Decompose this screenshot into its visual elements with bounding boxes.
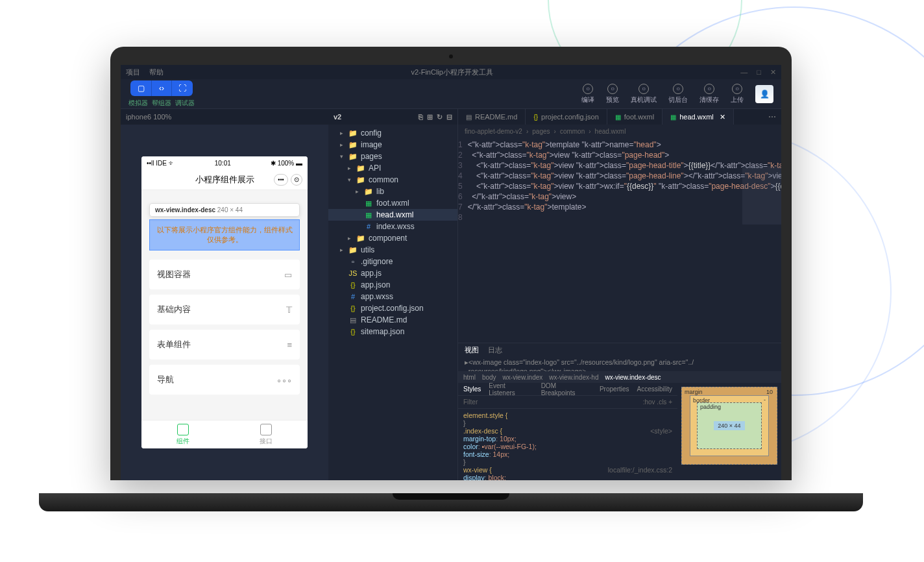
tree-item[interactable]: ▸📁config xyxy=(328,127,457,139)
more-icon[interactable]: ⋯ xyxy=(763,112,781,121)
list-item[interactable]: 导航∘∘∘ xyxy=(149,365,300,395)
minimap[interactable] xyxy=(742,166,781,225)
avatar[interactable]: 👤 xyxy=(755,85,773,103)
tab-component[interactable]: 组件 xyxy=(141,421,225,448)
tree-item[interactable]: ▸📁image xyxy=(328,139,457,151)
capsule-menu[interactable]: ••• xyxy=(274,174,288,186)
editor-tab[interactable]: ▤README.md xyxy=(458,109,526,125)
tree-item[interactable]: #index.wxss xyxy=(328,221,457,232)
tree-item[interactable]: ▾📁common xyxy=(328,174,457,186)
status-signal: ••ll IDE ᯤ xyxy=(147,160,175,167)
styles-tab[interactable]: Styles xyxy=(463,385,481,393)
tree-item[interactable]: ▦head.wxml xyxy=(328,209,457,221)
tree-item[interactable]: ▾📁pages xyxy=(328,151,457,162)
tab-api[interactable]: 接口 xyxy=(225,421,308,448)
devtools-tab[interactable]: 日志 xyxy=(488,345,502,355)
dom-inspector[interactable]: ▸<wx-image class="index-logo" src="../re… xyxy=(458,356,781,371)
new-folder-icon[interactable]: ⊞ xyxy=(427,113,433,121)
status-time: 10:01 xyxy=(215,160,231,167)
tree-item[interactable]: ▤README.md xyxy=(328,314,457,326)
menu-help[interactable]: 帮助 xyxy=(149,67,164,77)
code-editor: ▤README.md{}project.config.json▦foot.wxm… xyxy=(458,109,781,480)
tree-item[interactable]: ▸📁component xyxy=(328,232,457,244)
styles-tab[interactable]: Properties xyxy=(600,385,629,393)
project-root[interactable]: v2 xyxy=(334,113,341,121)
editor-tab[interactable]: {}project.config.json xyxy=(526,109,607,125)
device-info: iphone6 100% xyxy=(121,109,328,125)
toolbar-action[interactable]: ○真机调试 xyxy=(631,84,657,104)
tree-item[interactable]: {}app.json xyxy=(328,279,457,291)
file-explorer: v2 ⎘ ⊞ ↻ ⊟ ▸📁config▸📁image▾📁pages▸📁API▾📁… xyxy=(328,109,458,480)
tree-item[interactable]: #app.wxss xyxy=(328,291,457,302)
css-rules[interactable]: element.style {}.index-desc {<style> mar… xyxy=(458,409,677,480)
tree-item[interactable]: ▸📁lib xyxy=(328,186,457,197)
status-battery: ✱ 100% ▬ xyxy=(271,160,302,167)
styles-tab[interactable]: DOM Breakpoints xyxy=(541,382,592,397)
nav-title: 小程序组件展示 xyxy=(195,174,254,186)
toolbar-action[interactable]: ○清缓存 xyxy=(699,84,719,104)
devtools-tab[interactable]: 视图 xyxy=(465,345,479,355)
debugger-toggle[interactable]: ⛶ xyxy=(172,80,193,96)
list-item[interactable]: 视图容器▭ xyxy=(149,260,300,289)
tree-item[interactable]: {}project.config.json xyxy=(328,302,457,314)
refresh-icon[interactable]: ↻ xyxy=(437,113,443,121)
dom-breadcrumb[interactable]: htmlbodywx-view.indexwx-view.index-hdwx-… xyxy=(458,371,781,383)
styles-filter[interactable]: Filter xyxy=(463,398,478,406)
collapse-icon[interactable]: ⊟ xyxy=(446,113,452,121)
styles-tab[interactable]: Accessibility xyxy=(637,385,672,393)
tree-item[interactable]: {}sitemap.json xyxy=(328,326,457,337)
close-icon[interactable]: ✕ xyxy=(770,68,776,77)
simulator-panel: iphone6 100% ••ll IDE ᯤ 10:01 ✱ 100% ▬ 小… xyxy=(121,109,328,480)
toolbar-action[interactable]: ○切后台 xyxy=(668,84,688,104)
list-item[interactable]: 表单组件≡ xyxy=(149,330,300,360)
new-file-icon[interactable]: ⎘ xyxy=(419,113,423,121)
tree-item[interactable]: ▸📁utils xyxy=(328,244,457,256)
toolbar-action[interactable]: ○编译 xyxy=(581,84,594,104)
toolbar-label: 帮组器 xyxy=(152,99,171,108)
list-item[interactable]: 基础内容𝕋 xyxy=(149,295,300,324)
phone-preview: ••ll IDE ᯤ 10:01 ✱ 100% ▬ 小程序组件展示 ••• ⊙ … xyxy=(141,156,308,448)
minimize-icon[interactable]: — xyxy=(740,68,748,77)
toolbar-action[interactable]: ○上传 xyxy=(731,84,744,104)
inspector-tooltip: wx-view.index-desc 240 × 44 xyxy=(149,203,300,217)
toolbar-label: 模拟器 xyxy=(128,99,148,108)
ide-window: 项目 帮助 v2-FinClip小程序开发工具 — □ ✕ ▢ ‹› ⛶ 模拟器… xyxy=(121,65,781,480)
simulator-toggle[interactable]: ▢ xyxy=(130,80,151,96)
styles-tab[interactable]: Event Listeners xyxy=(489,382,533,397)
breadcrumb[interactable]: fino-applet-demo-v2›pages›common›head.wx… xyxy=(458,125,781,138)
tree-item[interactable]: ▫.gitignore xyxy=(328,256,457,267)
menu-project[interactable]: 项目 xyxy=(126,67,140,77)
laptop-frame: 项目 帮助 v2-FinClip小程序开发工具 — □ ✕ ▢ ‹› ⛶ 模拟器… xyxy=(110,47,792,480)
devtools-panel: 视图日志 ▸<wx-image class="index-logo" src="… xyxy=(458,343,781,480)
maximize-icon[interactable]: □ xyxy=(757,68,761,77)
box-model: margin 10 border - padding 240 × 44 xyxy=(677,383,781,480)
toolbar: ▢ ‹› ⛶ 模拟器帮组器调试器 ○编译○预览○真机调试○切后台○清缓存○上传👤 xyxy=(121,79,781,109)
editor-tab[interactable]: ▦head.wxml✕ xyxy=(663,109,734,125)
line-gutter: 12345678 xyxy=(458,138,468,343)
toolbar-action[interactable]: ○预览 xyxy=(606,84,619,104)
tree-item[interactable]: ▦foot.wxml xyxy=(328,197,457,209)
editor-toggle[interactable]: ‹› xyxy=(151,80,172,96)
toolbar-label: 调试器 xyxy=(175,99,195,108)
styles-hov-cls[interactable]: :hov .cls + xyxy=(643,398,672,406)
code-area[interactable]: <"k-attr">class="k-tag">template "k-attr… xyxy=(468,138,781,343)
window-titlebar: 项目 帮助 v2-FinClip小程序开发工具 — □ ✕ xyxy=(121,65,781,79)
highlighted-element[interactable]: 以下将展示小程序官方组件能力，组件样式仅供参考。 xyxy=(149,219,300,250)
window-title: v2-FinClip小程序开发工具 xyxy=(164,67,740,77)
capsule-close[interactable]: ⊙ xyxy=(291,174,302,186)
tree-item[interactable]: JSapp.js xyxy=(328,267,457,279)
editor-tab[interactable]: ▦foot.wxml xyxy=(607,109,663,125)
tree-item[interactable]: ▸📁API xyxy=(328,162,457,174)
